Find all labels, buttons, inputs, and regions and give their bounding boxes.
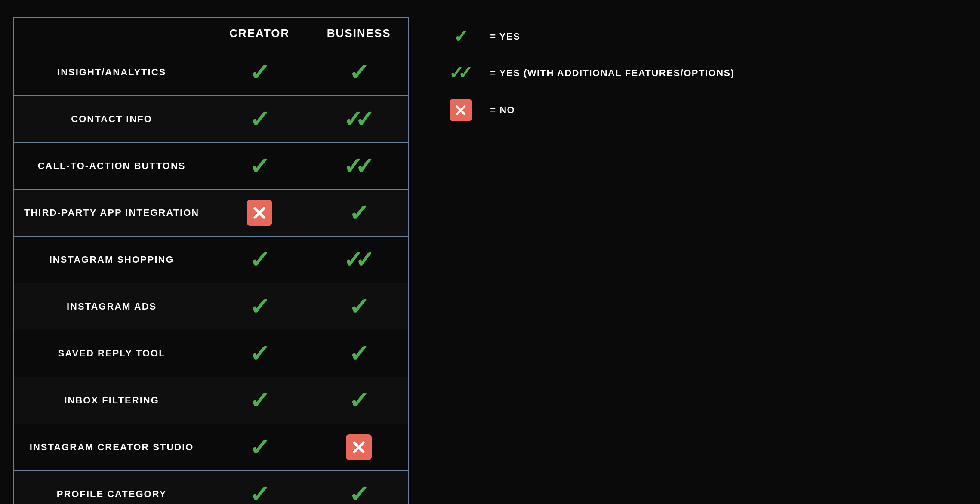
row-label: THIRD-PARTY APP INTEGRATION bbox=[13, 190, 210, 237]
business-cell: ✓✓ bbox=[309, 96, 409, 143]
row-label: CONTACT INFO bbox=[13, 96, 210, 143]
table-row: INSTAGRAM SHOPPING✓✓✓ bbox=[13, 237, 409, 283]
row-label: INSTAGRAM ADS bbox=[13, 283, 210, 330]
business-cell: ✓ bbox=[309, 471, 409, 504]
business-cell: ✓ bbox=[309, 283, 409, 330]
legend-item: ✓✓= YES (WITH ADDITIONAL FEATURES/OPTION… bbox=[444, 62, 734, 83]
creator-cell bbox=[210, 190, 309, 237]
business-cell: ✓✓ bbox=[309, 143, 409, 190]
legend-text: = NO bbox=[490, 104, 515, 116]
legend-text: = YES (WITH ADDITIONAL FEATURES/OPTIONS) bbox=[490, 68, 734, 79]
page-wrapper: CREATOR BUSINESS INSIGHT/ANALYTICS✓✓CONT… bbox=[13, 17, 967, 504]
business-header: BUSINESS bbox=[309, 18, 409, 49]
row-label: INSTAGRAM CREATOR STUDIO bbox=[13, 424, 210, 471]
table-row: PROFILE CATEGORY✓✓ bbox=[13, 471, 409, 504]
business-cell: ✓ bbox=[309, 190, 409, 237]
legend-text: = YES bbox=[490, 31, 520, 42]
creator-cell: ✓ bbox=[210, 377, 309, 424]
legend-item: ✓= YES bbox=[444, 26, 734, 47]
row-label: CALL-TO-ACTION BUTTONS bbox=[13, 143, 210, 190]
comparison-table: CREATOR BUSINESS INSIGHT/ANALYTICS✓✓CONT… bbox=[13, 17, 409, 504]
table-row: INSTAGRAM CREATOR STUDIO✓ bbox=[13, 424, 409, 471]
table-row: INBOX FILTERING✓✓ bbox=[13, 377, 409, 424]
table-row: CONTACT INFO✓✓✓ bbox=[13, 96, 409, 143]
row-label: INSIGHT/ANALYTICS bbox=[13, 49, 210, 96]
row-label: INSTAGRAM SHOPPING bbox=[13, 237, 210, 283]
business-cell bbox=[309, 424, 409, 471]
row-label: INBOX FILTERING bbox=[13, 377, 210, 424]
row-label: PROFILE CATEGORY bbox=[13, 471, 210, 504]
legend-icon-wrap bbox=[444, 99, 478, 121]
creator-cell: ✓ bbox=[210, 237, 309, 283]
table-row: INSIGHT/ANALYTICS✓✓ bbox=[13, 49, 409, 96]
creator-cell: ✓ bbox=[210, 49, 309, 96]
creator-cell: ✓ bbox=[210, 283, 309, 330]
creator-header: CREATOR bbox=[210, 18, 309, 49]
corner-cell bbox=[13, 18, 210, 49]
table-row: SAVED REPLY TOOL✓✓ bbox=[13, 330, 409, 377]
creator-cell: ✓ bbox=[210, 424, 309, 471]
table-row: CALL-TO-ACTION BUTTONS✓✓✓ bbox=[13, 143, 409, 190]
table-row: THIRD-PARTY APP INTEGRATION✓ bbox=[13, 190, 409, 237]
business-cell: ✓ bbox=[309, 377, 409, 424]
creator-cell: ✓ bbox=[210, 471, 309, 504]
creator-cell: ✓ bbox=[210, 143, 309, 190]
legend-icon-wrap: ✓ bbox=[444, 26, 478, 47]
legend: ✓= YES✓✓= YES (WITH ADDITIONAL FEATURES/… bbox=[444, 17, 734, 121]
legend-icon-wrap: ✓✓ bbox=[444, 62, 478, 83]
business-cell: ✓ bbox=[309, 49, 409, 96]
table-row: INSTAGRAM ADS✓✓ bbox=[13, 283, 409, 330]
creator-cell: ✓ bbox=[210, 330, 309, 377]
business-cell: ✓✓ bbox=[309, 237, 409, 283]
legend-item: = NO bbox=[444, 99, 734, 121]
row-label: SAVED REPLY TOOL bbox=[13, 330, 210, 377]
creator-cell: ✓ bbox=[210, 96, 309, 143]
business-cell: ✓ bbox=[309, 330, 409, 377]
